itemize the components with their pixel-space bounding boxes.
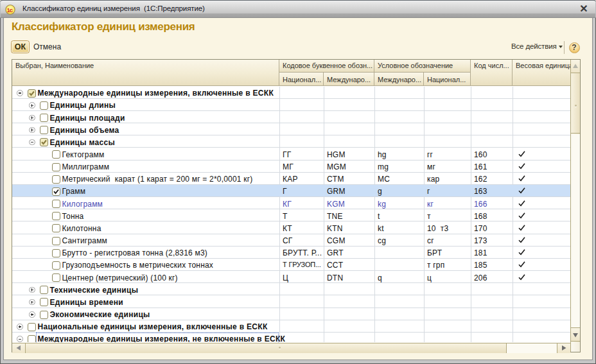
svg-text:c: c [10, 6, 13, 13]
